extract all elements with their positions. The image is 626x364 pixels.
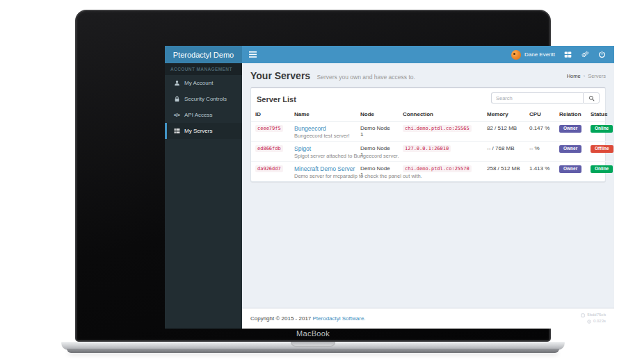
admin-settings-button[interactable] <box>581 51 589 58</box>
col-id: ID <box>251 108 290 122</box>
server-name-cell: Bungeecord Bungeecord test server! <box>290 122 356 142</box>
user-menu[interactable]: Dane Everitt <box>511 50 555 60</box>
col-memory: Memory <box>483 108 525 122</box>
sidebar-item-label: My Account <box>184 80 213 86</box>
grid-icon <box>564 51 572 58</box>
search-input[interactable] <box>491 92 583 104</box>
server-list-button[interactable] <box>564 51 572 58</box>
col-cpu: CPU <box>525 108 555 122</box>
server-memory: 82 / 512 MB <box>483 122 525 142</box>
server-id-cell: da926dd7 <box>251 162 290 182</box>
sidebar-item-label: My Servers <box>184 128 212 134</box>
sidebar-section-header: ACCOUNT MANAGEMENT <box>165 63 242 75</box>
user-name: Dane Everitt <box>524 51 555 58</box>
page-title: Your Servers <box>250 70 310 81</box>
clock-icon <box>587 320 591 324</box>
server-id-cell: ed866fdb <box>251 142 290 162</box>
sidebar-item-label: Security Controls <box>184 96 227 102</box>
content-area: Your Servers Servers you own and have ac… <box>242 63 614 308</box>
relation-badge: Owner <box>559 125 581 133</box>
panel-title: Server List <box>257 95 296 104</box>
server-id: ceee79f5 <box>255 125 283 132</box>
server-name-link[interactable]: Spigot <box>294 145 311 152</box>
server-id: ed866fdb <box>255 145 283 152</box>
server-description: Bungeecord test server! <box>294 133 350 139</box>
server-name-link[interactable]: Minecraft Demo Server <box>294 165 355 172</box>
panel-header: Server List <box>251 88 605 108</box>
copyright-text: Copyright © 2015 - 2017 Pterodactyl Soft… <box>250 315 366 322</box>
col-status: Status <box>586 108 613 122</box>
sidebar-toggle-button[interactable] <box>242 46 264 63</box>
content-header: Your Servers Servers you own and have ac… <box>242 63 614 87</box>
sidebar-item-api-access[interactable]: </> API Access <box>165 107 242 123</box>
col-relation: Relation <box>555 108 586 122</box>
server-name-cell: Minecraft Demo Server Demo server for mc… <box>290 162 356 182</box>
col-node: Node <box>356 108 399 122</box>
breadcrumb-home-link[interactable]: Home <box>567 73 581 79</box>
user-avatar <box>511 50 521 60</box>
server-id-cell: ceee79f5 <box>251 122 290 142</box>
sidebar-item-my-servers[interactable]: My Servers <box>165 123 242 139</box>
server-status-cell: Online <box>586 122 613 142</box>
search-button[interactable] <box>583 92 600 104</box>
relation-badge: Owner <box>559 145 581 153</box>
server-connection: 127.0.0.1:26010 <box>403 145 451 152</box>
server-relation-cell: Owner <box>555 142 586 162</box>
server-description: Demo server for mcparadip to check the p… <box>294 173 422 179</box>
lock-icon <box>173 96 180 102</box>
git-icon <box>581 313 585 317</box>
footer-meta: 5bdd75eb 0.023s <box>581 312 606 325</box>
server-status-cell: Online <box>586 162 613 182</box>
navbar-right: Dane Everitt <box>511 50 614 60</box>
status-badge: Offline <box>591 145 613 153</box>
server-node: Demo Node 1 <box>356 122 399 142</box>
server-id: da926dd7 <box>255 165 283 172</box>
relation-badge: Owner <box>559 165 581 173</box>
server-connection: chi.demo.ptdl.co:25565 <box>403 125 472 132</box>
server-relation-cell: Owner <box>555 162 586 182</box>
server-row: ceee79f5 Bungeecord Bungeecord test serv… <box>251 122 613 142</box>
code-icon: </> <box>173 113 180 117</box>
breadcrumb-separator: › <box>584 73 586 79</box>
server-name-link[interactable]: Bungeecord <box>294 125 326 132</box>
build-hash-line: 5bdd75eb <box>581 312 606 319</box>
panel-screen: Pterodactyl Demo Dane Everitt <box>165 46 614 329</box>
top-navbar: Pterodactyl Demo Dane Everitt <box>165 46 614 63</box>
sidebar-item-label: API Access <box>184 112 212 118</box>
user-icon <box>173 80 180 86</box>
navbar-main: Dane Everitt <box>242 46 614 63</box>
server-memory: -- / 768 MB <box>483 142 525 162</box>
laptop-base-edge <box>67 349 559 353</box>
hamburger-icon <box>249 51 257 58</box>
search-icon <box>588 95 595 101</box>
server-list-icon <box>173 128 180 134</box>
pterodactyl-link[interactable]: Pterodactyl Software. <box>313 315 366 322</box>
laptop-notch <box>291 342 335 347</box>
sidebar-item-my-account[interactable]: My Account <box>165 75 242 91</box>
logout-button[interactable] <box>598 51 606 58</box>
server-cpu: -- % <box>525 142 555 162</box>
server-cpu: 1.413 % <box>525 162 555 182</box>
server-connection: chi.demo.ptdl.co:25570 <box>403 165 472 172</box>
build-hash: 5bdd75eb <box>587 312 606 319</box>
laptop-bezel: Pterodactyl Demo Dane Everitt <box>75 10 551 342</box>
server-connection-cell: 127.0.0.1:26010 <box>399 142 483 162</box>
cogs-icon <box>581 51 589 58</box>
server-table: ID Name Node Connection Memory CPU Relat… <box>251 108 613 181</box>
search-group <box>491 92 600 104</box>
footer: Copyright © 2015 - 2017 Pterodactyl Soft… <box>242 308 614 329</box>
server-row: da926dd7 Minecraft Demo Server Demo serv… <box>251 162 613 182</box>
server-relation-cell: Owner <box>555 122 586 142</box>
server-connection-cell: chi.demo.ptdl.co:25565 <box>399 122 483 142</box>
server-memory: 258 / 512 MB <box>483 162 525 182</box>
brand-logo[interactable]: Pterodactyl Demo <box>165 46 242 63</box>
status-badge: Online <box>591 165 613 173</box>
server-cpu: 0.147 % <box>525 122 555 142</box>
server-status-cell: Offline <box>586 142 613 162</box>
table-header-row: ID Name Node Connection Memory CPU Relat… <box>251 108 613 122</box>
macbook-mockup: Pterodactyl Demo Dane Everitt <box>0 0 626 364</box>
page-subtitle: Servers you own and have access to. <box>317 74 415 81</box>
breadcrumb: Home › Servers <box>567 73 606 79</box>
col-name: Name <box>290 108 356 122</box>
sidebar-item-security-controls[interactable]: Security Controls <box>165 91 242 107</box>
